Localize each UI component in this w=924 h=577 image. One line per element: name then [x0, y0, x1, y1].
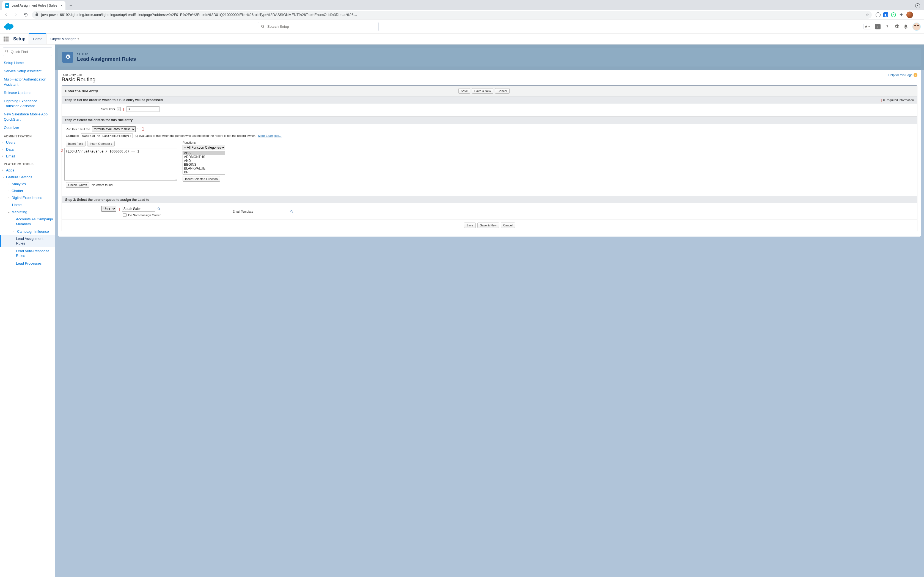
global-actions-button[interactable]: +: [875, 24, 880, 29]
lookup-icon[interactable]: [157, 206, 161, 211]
tree-item-chatter[interactable]: ›Chatter: [0, 187, 55, 194]
global-search[interactable]: Search Setup: [258, 22, 379, 31]
chrome-toolbar: java-power-66192.lightning.force.com/lig…: [0, 10, 924, 20]
setup-sidebar: Setup Home Service Setup Assistant Multi…: [0, 45, 55, 577]
assignee-type-select[interactable]: User: [102, 206, 116, 211]
search-icon: [5, 50, 9, 54]
do-not-reassign-checkbox[interactable]: [123, 213, 126, 217]
chevron-right-icon: ›: [8, 182, 11, 185]
sort-order-input[interactable]: [126, 106, 160, 112]
info-icon[interactable]: i: [117, 107, 121, 111]
tab-home[interactable]: Home: [29, 34, 47, 44]
save-button[interactable]: Save: [459, 88, 470, 94]
tree-item-feature-settings[interactable]: ⌄Feature Settings: [0, 174, 55, 181]
favorites-button[interactable]: ★▾: [863, 24, 871, 29]
help-link[interactable]: Help for this Page ?: [888, 73, 918, 77]
email-template-input[interactable]: [255, 209, 288, 214]
chevron-right-icon: ›: [8, 196, 11, 199]
chevron-down-icon: ▾: [78, 37, 79, 40]
browser-tab[interactable]: Lead Assignment Rules | Sales ×: [2, 1, 65, 10]
save-new-button[interactable]: Save & New: [472, 88, 494, 94]
info-icon[interactable]: i: [876, 12, 880, 17]
extension-icon-1[interactable]: ◧: [883, 12, 888, 17]
cancel-button[interactable]: Cancel: [495, 88, 509, 94]
function-item[interactable]: AND: [183, 159, 225, 163]
more-examples-link[interactable]: More Examples...: [258, 134, 282, 137]
chrome-tab-strip: Lead Assignment Rules | Sales × +: [0, 0, 924, 10]
url-text: java-power-66192.lightning.force.com/lig…: [41, 13, 864, 17]
required-indicator: |: [119, 207, 120, 211]
sidebar-link[interactable]: Optimizer: [0, 124, 55, 132]
setup-gear-icon[interactable]: [894, 24, 899, 29]
help-icon[interactable]: ?: [884, 24, 890, 29]
reload-button[interactable]: [22, 11, 30, 19]
assignee-input[interactable]: [122, 206, 155, 211]
insert-function-button[interactable]: Insert Selected Function: [183, 176, 220, 182]
insert-operator-button[interactable]: Insert Operator: [87, 141, 115, 147]
sidebar-link[interactable]: Multi-Factor Authentication Assistant: [0, 75, 55, 89]
new-tab-button[interactable]: +: [67, 2, 75, 9]
cancel-button[interactable]: Cancel: [501, 222, 515, 228]
tree-item-campaign-influence[interactable]: ›Campaign Influence: [0, 228, 55, 235]
function-item[interactable]: ABS: [183, 151, 225, 155]
annotation-2: 2: [61, 148, 63, 153]
function-item[interactable]: BR: [183, 170, 225, 174]
tree-leaf[interactable]: Accounts As Campaign Members: [0, 215, 55, 228]
tab-object-manager[interactable]: Object Manager▾: [47, 34, 83, 44]
close-tab-icon[interactable]: ×: [60, 3, 63, 8]
extensions-puzzle-icon[interactable]: ✦: [899, 12, 904, 17]
example-label: Example:: [66, 134, 79, 137]
insert-field-button[interactable]: Insert Field: [66, 141, 86, 147]
forward-button[interactable]: [12, 11, 20, 19]
chrome-window-menu-icon[interactable]: [915, 3, 920, 8]
tree-leaf[interactable]: Lead Processes: [0, 259, 55, 268]
notifications-bell-icon[interactable]: [903, 24, 909, 29]
sidebar-link[interactable]: Service Setup Assistant: [0, 67, 55, 75]
gear-icon: [62, 52, 73, 63]
app-launcher-button[interactable]: [0, 34, 12, 44]
sidebar-link[interactable]: Setup Home: [0, 59, 55, 67]
url-bar[interactable]: java-power-66192.lightning.force.com/lig…: [32, 11, 872, 19]
tree-item-email[interactable]: ›Email: [0, 153, 55, 160]
chrome-profile-avatar[interactable]: [906, 11, 913, 18]
tree-item-marketing[interactable]: ⌄Marketing: [0, 208, 55, 215]
save-button[interactable]: Save: [464, 222, 476, 228]
formula-textarea[interactable]: FLOOR(AnnualRevenue / 1000000.0) == 1: [65, 148, 177, 181]
tree-item-users[interactable]: ›Users: [0, 139, 55, 146]
tree-leaf-lead-assignment[interactable]: Lead Assignment Rules: [0, 235, 55, 247]
chevron-down-icon: ⌄: [8, 211, 11, 213]
sidebar-link[interactable]: Lightning Experience Transition Assistan…: [0, 97, 55, 110]
tree-leaf[interactable]: Lead Auto-Response Rules: [0, 247, 55, 259]
form-panel: Enter the rule entry Save Save & New Can…: [61, 85, 918, 231]
quick-find-input[interactable]: [3, 47, 52, 56]
sidebar-link[interactable]: Release Updates: [0, 89, 55, 97]
tree-leaf-home[interactable]: Home: [0, 201, 55, 209]
tab-title: Lead Assignment Rules | Sales: [11, 3, 57, 7]
function-category-select[interactable]: -- All Function Categories --: [183, 145, 225, 150]
tree-item-apps[interactable]: ›Apps: [0, 167, 55, 174]
tree-item-digital-experiences[interactable]: ›Digital Experiences: [0, 194, 55, 201]
function-item[interactable]: BEGINS: [183, 163, 225, 166]
annotation-1: 1: [142, 127, 144, 132]
step2-header: Step 2: Select the criteria for this rul…: [62, 116, 917, 124]
criteria-type-select[interactable]: formula evaluates to true: [92, 126, 136, 132]
tree-item-analytics[interactable]: ›Analytics: [0, 181, 55, 187]
lookup-icon[interactable]: [289, 210, 294, 214]
bookmark-star-icon[interactable]: ☆: [866, 13, 869, 17]
salesforce-logo[interactable]: [3, 23, 15, 31]
save-new-button[interactable]: Save & New: [477, 222, 499, 228]
sidebar-link[interactable]: New Salesforce Mobile App QuickStart: [0, 110, 55, 123]
function-item[interactable]: BLANKVALUE: [183, 166, 225, 170]
back-button[interactable]: [2, 11, 10, 19]
tree-item-data[interactable]: ›Data: [0, 146, 55, 153]
function-item[interactable]: ADDMONTHS: [183, 155, 225, 159]
run-rule-label: Run this rule if the: [66, 127, 90, 131]
lock-icon: [35, 12, 39, 17]
svg-point-0: [262, 25, 264, 27]
check-syntax-button[interactable]: Check Syntax: [66, 182, 89, 188]
extension-icon-2[interactable]: ✓: [891, 12, 896, 17]
global-header: Search Setup ★▾ + ?: [0, 20, 924, 34]
user-avatar[interactable]: [913, 23, 921, 31]
function-list[interactable]: ABS ADDMONTHS AND BEGINS BLANKVALUE BR: [183, 151, 225, 174]
chrome-menu-icon[interactable]: ⋮: [916, 12, 920, 17]
